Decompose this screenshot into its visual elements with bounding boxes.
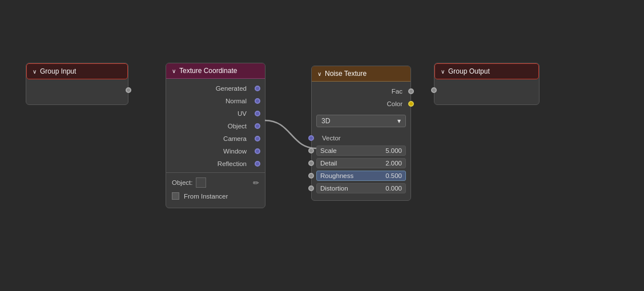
texture-coordinate-node: ∨ Texture Coordinate Generated Normal UV… — [166, 63, 265, 208]
tc-object-label: Object — [224, 123, 250, 130]
group-input-title: Group Input — [40, 67, 76, 75]
nt-roughness-label: Roughness — [320, 172, 353, 179]
nt-color-row: Color — [312, 98, 410, 110]
tc-generated-label: Generated — [212, 85, 250, 92]
nt-distortion-label: Distortion — [320, 185, 348, 192]
nt-detail-socket[interactable] — [308, 160, 314, 166]
nt-vector-label: Vector — [316, 135, 344, 142]
noise-texture-chevron[interactable]: ∨ — [317, 71, 321, 77]
tc-camera-label: Camera — [220, 135, 250, 142]
nt-roughness-field[interactable]: Roughness 0.500 — [316, 171, 406, 181]
tc-window-socket[interactable] — [255, 148, 260, 154]
tc-reflection-socket[interactable] — [255, 161, 260, 167]
tc-from-instancer-label: From Instancer — [184, 193, 228, 200]
nt-dropdown-row: 3D ▾ — [312, 112, 410, 130]
nt-scale-field[interactable]: Scale 5.000 — [316, 146, 406, 156]
eyedropper-icon[interactable]: ✏ — [253, 179, 259, 187]
group-output-input-socket[interactable] — [431, 87, 437, 93]
nt-detail-row: Detail 2.000 — [312, 157, 410, 169]
tc-normal-row: Normal — [166, 95, 265, 107]
tc-normal-socket[interactable] — [255, 98, 260, 104]
tc-reflection-label: Reflection — [214, 160, 250, 167]
nt-3d-dropdown[interactable]: 3D ▾ — [316, 115, 406, 127]
texture-coordinate-body: Generated Normal UV Object Camera Window — [166, 79, 265, 208]
tc-generated-row: Generated — [166, 82, 265, 95]
nt-color-socket[interactable] — [408, 101, 414, 107]
nt-color-label: Color — [384, 100, 406, 107]
group-input-output-socket[interactable] — [126, 87, 131, 93]
tc-object-swatch[interactable] — [196, 177, 206, 188]
tc-normal-label: Normal — [222, 98, 250, 104]
tc-reflection-row: Reflection — [166, 157, 265, 170]
nt-detail-field[interactable]: Detail 2.000 — [316, 158, 406, 168]
nt-fac-label: Fac — [388, 88, 406, 95]
noise-texture-node: ∨ Noise Texture Fac Color 3D ▾ Vector — [311, 66, 411, 201]
group-output-node: ∨ Group Output — [434, 63, 540, 105]
nt-fac-row: Fac — [312, 85, 410, 98]
nt-dropdown-value: 3D — [321, 117, 330, 125]
tc-camera-row: Camera — [166, 132, 265, 145]
texture-coord-chevron[interactable]: ∨ — [172, 68, 176, 74]
group-input-header: ∨ Group Input — [26, 63, 128, 79]
chevron-down-icon: ▾ — [397, 117, 401, 125]
nt-scale-row: Scale 5.000 — [312, 144, 410, 157]
nt-vector-row: Vector — [312, 132, 410, 144]
tc-from-instancer-checkbox[interactable] — [172, 192, 179, 200]
group-input-node: ∨ Group Input — [26, 63, 128, 105]
nt-scale-label: Scale — [320, 147, 337, 154]
tc-window-row: Window — [166, 145, 265, 157]
noise-texture-title: Noise Texture — [325, 70, 367, 78]
nt-vector-socket[interactable] — [308, 135, 314, 141]
nt-roughness-value: 0.500 — [385, 172, 402, 179]
nt-scale-value: 5.000 — [385, 147, 402, 154]
group-input-chevron[interactable]: ∨ — [33, 68, 37, 75]
texture-coordinate-title: Texture Coordinate — [179, 67, 237, 75]
tc-object-field-label: Object: — [172, 179, 192, 186]
nt-detail-label: Detail — [320, 160, 337, 167]
nt-distortion-field[interactable]: Distortion 0.000 — [316, 183, 406, 193]
nt-distortion-row: Distortion 0.000 — [312, 182, 410, 195]
texture-coordinate-header: ∨ Texture Coordinate — [166, 63, 265, 79]
tc-camera-socket[interactable] — [255, 136, 260, 142]
tc-uv-socket[interactable] — [255, 111, 260, 116]
group-output-title: Group Output — [448, 67, 490, 75]
nt-detail-value: 2.000 — [385, 160, 402, 167]
tc-object-field: Object: ✏ — [166, 175, 265, 190]
tc-divider — [166, 172, 265, 173]
group-output-chevron[interactable]: ∨ — [441, 68, 445, 75]
tc-from-instancer-row: From Instancer — [166, 190, 265, 202]
group-output-body — [434, 79, 539, 104]
tc-object-row: Object — [166, 120, 265, 132]
nt-distortion-socket[interactable] — [308, 185, 314, 191]
tc-window-label: Window — [220, 148, 250, 155]
nt-fac-socket[interactable] — [408, 88, 414, 94]
tc-generated-socket[interactable] — [255, 86, 260, 91]
group-output-header: ∨ Group Output — [434, 63, 539, 79]
nt-distortion-value: 0.000 — [385, 185, 402, 192]
group-input-body — [26, 79, 128, 104]
noise-texture-body: Fac Color 3D ▾ Vector Scale 5.000 — [312, 82, 410, 200]
noise-texture-header: ∨ Noise Texture — [312, 66, 410, 82]
tc-uv-row: UV — [166, 107, 265, 120]
tc-uv-label: UV — [234, 110, 250, 117]
nt-roughness-socket[interactable] — [308, 173, 314, 179]
nt-scale-socket[interactable] — [308, 148, 314, 153]
tc-object-socket[interactable] — [255, 123, 260, 129]
nt-roughness-row: Roughness 0.500 — [312, 169, 410, 182]
